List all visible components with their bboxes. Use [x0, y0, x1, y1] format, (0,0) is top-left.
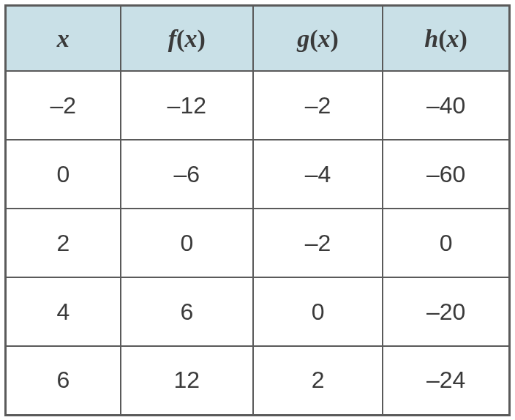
cell-x: 0	[6, 140, 121, 209]
table-row: 6 12 2 –24	[6, 346, 510, 415]
header-x: x	[6, 5, 121, 71]
cell-fx: 0	[121, 209, 253, 277]
cell-fx: –12	[121, 71, 253, 140]
cell-hx: –20	[383, 277, 509, 346]
header-hx: h(x)	[383, 5, 509, 71]
cell-gx: 2	[253, 346, 383, 415]
function-table: x f(x) g(x) h(x) –2 –12 –2 –40 0 –6 –4 –…	[4, 4, 511, 416]
header-row: x f(x) g(x) h(x)	[6, 5, 510, 71]
cell-gx: –4	[253, 140, 383, 209]
cell-gx: 0	[253, 277, 383, 346]
table-row: –2 –12 –2 –40	[6, 71, 510, 140]
cell-x: 6	[6, 346, 121, 415]
cell-hx: –60	[383, 140, 509, 209]
cell-x: –2	[6, 71, 121, 140]
cell-fx: –6	[121, 140, 253, 209]
cell-hx: –40	[383, 71, 509, 140]
header-gx: g(x)	[253, 5, 383, 71]
cell-x: 4	[6, 277, 121, 346]
header-fx: f(x)	[121, 5, 253, 71]
cell-hx: 0	[383, 209, 509, 277]
table-row: 0 –6 –4 –60	[6, 140, 510, 209]
cell-hx: –24	[383, 346, 509, 415]
table-row: 4 6 0 –20	[6, 277, 510, 346]
cell-gx: –2	[253, 209, 383, 277]
table-row: 2 0 –2 0	[6, 209, 510, 277]
cell-x: 2	[6, 209, 121, 277]
cell-gx: –2	[253, 71, 383, 140]
cell-fx: 12	[121, 346, 253, 415]
cell-fx: 6	[121, 277, 253, 346]
